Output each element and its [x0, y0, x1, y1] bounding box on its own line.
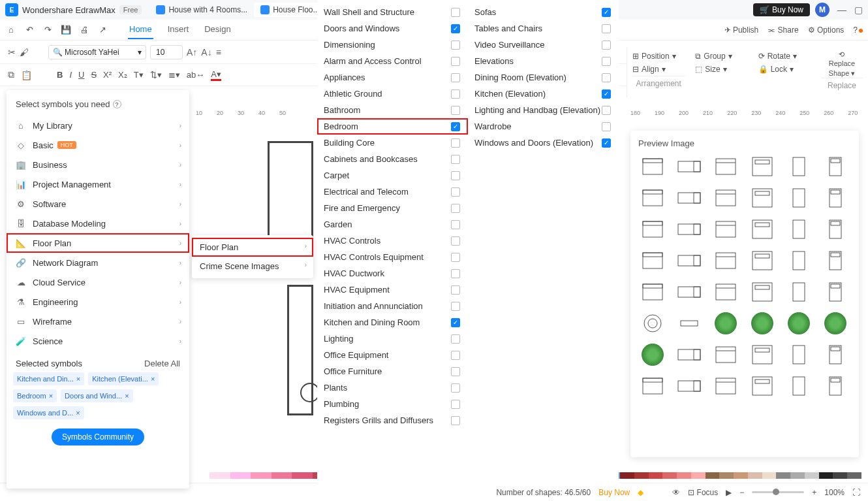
home-icon[interactable]: ⌂ — [5, 24, 17, 36]
library-option-windows-and-doors-elevation-[interactable]: Windows and Doors (Elevation)✓ — [468, 135, 619, 151]
preview-symbol[interactable] — [748, 218, 777, 241]
library-option-building-core[interactable]: Building Core — [317, 135, 468, 151]
preview-symbol[interactable] — [821, 249, 850, 272]
color-swatch[interactable] — [819, 472, 833, 479]
preview-symbol[interactable] — [821, 312, 850, 335]
color-swatch[interactable] — [230, 472, 251, 479]
preview-symbol[interactable] — [638, 374, 667, 398]
preview-symbol[interactable] — [675, 374, 704, 398]
export-icon[interactable]: ↗ — [97, 24, 108, 36]
color-swatch[interactable] — [677, 472, 691, 479]
checkbox-icon[interactable] — [451, 285, 460, 295]
document-tab-1[interactable]: House Floo... — [254, 3, 326, 17]
color-swatch[interactable] — [649, 472, 663, 479]
preview-symbol[interactable] — [748, 280, 777, 304]
library-option-doors-and-windows[interactable]: Doors and Windows✓ — [317, 20, 468, 37]
bullet-list-button[interactable]: ≣▾ — [168, 70, 180, 80]
library-option-wardrobe[interactable]: Wardrobe — [468, 118, 619, 135]
checkbox-icon[interactable] — [451, 40, 460, 50]
preview-symbol[interactable] — [675, 280, 704, 304]
library-option-alarm-and-access-control[interactable]: Alarm and Access Control — [317, 53, 468, 69]
library-option-hvac-ductwork[interactable]: HVAC Ductwork — [317, 265, 468, 282]
color-swatch[interactable] — [662, 472, 677, 479]
library-option-office-equipment[interactable]: Office Equipment — [317, 347, 468, 363]
checkbox-icon[interactable] — [451, 204, 460, 213]
cut-icon[interactable]: ✂ — [8, 47, 16, 57]
symbol-category-science[interactable]: 🧪Science› — [7, 331, 189, 351]
selected-chip[interactable]: Doors and Wind...× — [61, 389, 132, 402]
remove-chip-icon[interactable]: × — [125, 392, 129, 400]
rotate-button[interactable]: ⟳ Rotate▾ — [758, 50, 811, 63]
font-size-select[interactable]: 10▾ — [150, 45, 183, 59]
preview-symbol[interactable] — [784, 343, 813, 366]
library-option-tables-and-chairs[interactable]: Tables and Chairs — [468, 20, 619, 37]
font-color-button[interactable]: A▾ — [211, 69, 221, 81]
library-option-garden[interactable]: Garden — [317, 216, 468, 233]
line-spacing-button[interactable]: ⇅▾ — [150, 70, 162, 80]
color-swatch[interactable] — [209, 472, 230, 479]
preview-symbol[interactable] — [748, 374, 777, 398]
preview-symbol[interactable] — [675, 186, 704, 210]
remove-chip-icon[interactable]: × — [49, 392, 53, 400]
library-option-plumbing[interactable]: Plumbing — [317, 396, 468, 412]
symbol-category-my-library[interactable]: ⌂My Library› — [7, 116, 189, 135]
color-swatch[interactable] — [691, 472, 705, 479]
library-option-office-furniture[interactable]: Office Furniture — [317, 363, 468, 380]
checkbox-icon[interactable]: ✓ — [602, 89, 611, 99]
zoom-level[interactable]: 100% — [824, 488, 845, 497]
color-swatch[interactable] — [705, 472, 720, 479]
library-option-dimensioning[interactable]: Dimensioning — [317, 37, 468, 53]
delete-all-button[interactable]: Delete All — [144, 359, 180, 368]
preview-symbol[interactable] — [675, 343, 704, 366]
document-tab-0[interactable]: House with 4 Rooms... — [149, 3, 254, 17]
selected-chip[interactable]: Kitchen (Elevati...× — [88, 372, 159, 385]
tab-home[interactable]: Home — [128, 20, 153, 39]
library-option-hvac-controls[interactable]: HVAC Controls — [317, 233, 468, 249]
size-button[interactable]: ⬚ Size▾ — [695, 63, 747, 76]
library-option-plants[interactable]: Plants — [317, 380, 468, 396]
print-icon[interactable]: 🖨 — [78, 24, 90, 36]
preview-symbol[interactable] — [784, 374, 813, 398]
checkbox-icon[interactable] — [602, 106, 611, 115]
color-swatch[interactable] — [292, 472, 312, 479]
checkbox-icon[interactable] — [451, 334, 460, 344]
preview-symbol[interactable] — [675, 218, 704, 241]
color-swatch[interactable] — [790, 472, 805, 479]
color-swatch[interactable] — [776, 472, 790, 479]
preview-symbol[interactable] — [638, 186, 667, 210]
position-button[interactable]: ⊞ Position▾ — [632, 50, 685, 63]
checkbox-icon[interactable] — [602, 24, 611, 33]
library-option-kitchen-and-dining-room[interactable]: Kitchen and Dining Room✓ — [317, 314, 468, 331]
color-swatch[interactable] — [805, 472, 819, 479]
checkbox-icon[interactable] — [451, 253, 460, 262]
preview-symbol[interactable] — [748, 186, 777, 210]
library-option-wall-shell-and-structure[interactable]: Wall Shell and Structure — [317, 4, 468, 20]
help-icon[interactable]: ? — [853, 25, 863, 35]
library-option-registers-grills-and-diffusers[interactable]: Registers Grills and Diffusers — [317, 412, 468, 428]
checkbox-icon[interactable]: ✓ — [451, 24, 460, 33]
preview-symbol[interactable] — [638, 343, 667, 366]
library-option-initiation-and-annunciation[interactable]: Initiation and Annunciation — [317, 298, 468, 314]
symbol-category-wireframe[interactable]: ▭Wireframe› — [7, 312, 189, 331]
preview-symbol[interactable] — [784, 155, 813, 178]
symbols-community-button[interactable]: Symbols Community — [52, 428, 144, 445]
color-swatch[interactable] — [762, 472, 777, 479]
symbol-category-engineering[interactable]: ⚗Engineering› — [7, 292, 189, 312]
checkbox-icon[interactable]: ✓ — [602, 138, 611, 148]
checkbox-icon[interactable]: ✓ — [602, 8, 611, 17]
align-button[interactable]: ⊟ Align▾ — [632, 63, 685, 76]
replace-shape-button[interactable]: ⟲Replace Shape ▾ — [821, 50, 863, 78]
selected-chip[interactable]: Windows and D...× — [13, 406, 84, 419]
remove-chip-icon[interactable]: × — [76, 409, 80, 417]
checkbox-icon[interactable] — [451, 220, 460, 229]
symbol-category-basic[interactable]: ◇BasicHOT› — [7, 135, 189, 155]
preview-symbol[interactable] — [711, 374, 740, 398]
color-swatch[interactable] — [748, 472, 762, 479]
text-direction-button[interactable]: ab↔ — [187, 70, 204, 80]
checkbox-icon[interactable] — [451, 89, 460, 99]
checkbox-icon[interactable] — [451, 416, 460, 425]
preview-symbol[interactable] — [638, 218, 667, 241]
checkbox-icon[interactable] — [451, 383, 460, 393]
symbol-category-database-modeling[interactable]: 🗄Database Modeling› — [7, 214, 189, 233]
preview-symbol[interactable] — [748, 312, 777, 335]
